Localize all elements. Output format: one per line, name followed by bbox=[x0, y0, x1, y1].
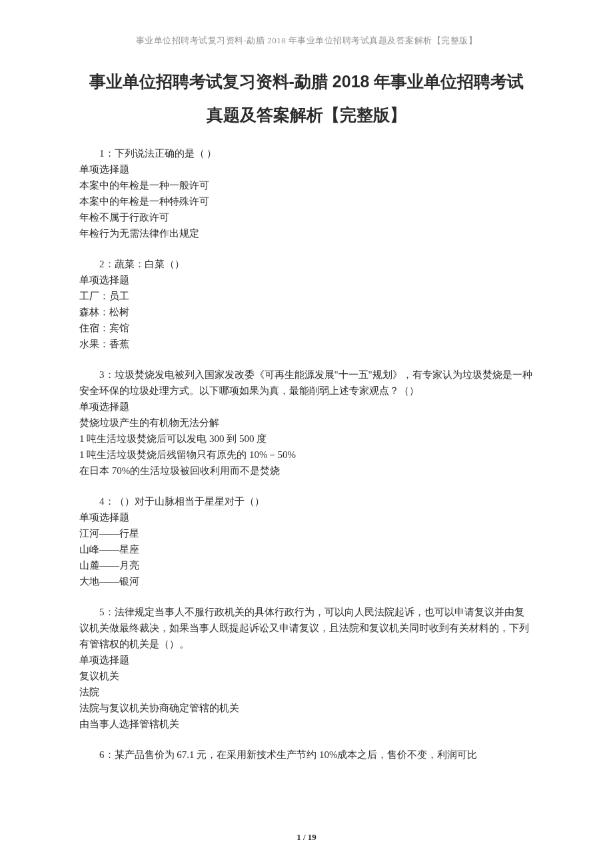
question-4: 4：（）对于山脉相当于星星对于（） 单项选择题 江河——行星 山峰——星座 山麓… bbox=[79, 493, 534, 589]
option: 年检不属于行政许可 bbox=[79, 209, 534, 225]
question-1: 1：下列说法正确的是（ ） 单项选择题 本案中的年检是一种一般许可 本案中的年检… bbox=[79, 145, 534, 241]
document-title-line2: 真题及答案解析【完整版】 bbox=[79, 101, 534, 129]
question-stem: 1：下列说法正确的是（ ） bbox=[79, 145, 534, 161]
question-3: 3：垃圾焚烧发电被列入国家发改委《可再生能源发展"十一五"规划》，有专家认为垃圾… bbox=[79, 367, 534, 479]
option: 焚烧垃圾产生的有机物无法分解 bbox=[79, 415, 534, 431]
document-title-line1: 事业单位招聘考试复习资料-勐腊 2018 年事业单位招聘考试 bbox=[79, 67, 534, 96]
question-2: 2：蔬菜：白菜（） 单项选择题 工厂：员工 森林：松树 住宿：宾馆 水果：香蕉 bbox=[79, 256, 534, 352]
question-stem: 4：（）对于山脉相当于星星对于（） bbox=[79, 493, 534, 509]
question-type: 单项选择题 bbox=[79, 509, 534, 525]
question-type: 单项选择题 bbox=[79, 652, 534, 668]
option: 工厂：员工 bbox=[79, 288, 534, 304]
option: 本案中的年检是一种特殊许可 bbox=[79, 193, 534, 209]
option: 山麓——月亮 bbox=[79, 557, 534, 573]
document-content: 事业单位招聘考试复习资料-勐腊 2018 年事业单位招聘考试 真题及答案解析【完… bbox=[0, 67, 613, 763]
option: 法院 bbox=[79, 684, 534, 700]
question-stem: 5：法律规定当事人不服行政机关的具体行政行为，可以向人民法院起诉，也可以申请复议… bbox=[79, 604, 534, 652]
question-5: 5：法律规定当事人不服行政机关的具体行政行为，可以向人民法院起诉，也可以申请复议… bbox=[79, 604, 534, 732]
page-header: 事业单位招聘考试复习资料-勐腊 2018 年事业单位招聘考试真题及答案解析【完整… bbox=[0, 0, 613, 59]
option: 年检行为无需法律作出规定 bbox=[79, 225, 534, 241]
option: 本案中的年检是一种一般许可 bbox=[79, 177, 534, 193]
option: 复议机关 bbox=[79, 668, 534, 684]
option: 法院与复议机关协商确定管辖的机关 bbox=[79, 700, 534, 716]
question-type: 单项选择题 bbox=[79, 161, 534, 177]
option: 住宿：宾馆 bbox=[79, 320, 534, 336]
option: 水果：香蕉 bbox=[79, 336, 534, 352]
option: 大地——银河 bbox=[79, 573, 534, 589]
option: 1 吨生活垃圾焚烧后残留物只有原先的 10%－50% bbox=[79, 447, 534, 463]
question-stem: 6：某产品售价为 67.1 元，在采用新技术生产节约 10%成本之后，售价不变，… bbox=[79, 747, 534, 763]
page-footer: 1 / 19 bbox=[0, 832, 613, 843]
question-stem: 3：垃圾焚烧发电被列入国家发改委《可再生能源发展"十一五"规划》，有专家认为垃圾… bbox=[79, 367, 534, 399]
option: 在日本 70%的生活垃圾被回收利用而不是焚烧 bbox=[79, 463, 534, 479]
question-type: 单项选择题 bbox=[79, 272, 534, 288]
question-6: 6：某产品售价为 67.1 元，在采用新技术生产节约 10%成本之后，售价不变，… bbox=[79, 747, 534, 763]
question-type: 单项选择题 bbox=[79, 399, 534, 415]
option: 山峰——星座 bbox=[79, 541, 534, 557]
option: 森林：松树 bbox=[79, 304, 534, 320]
option: 江河——行星 bbox=[79, 525, 534, 541]
option: 由当事人选择管辖机关 bbox=[79, 716, 534, 732]
option: 1 吨生活垃圾焚烧后可以发电 300 到 500 度 bbox=[79, 431, 534, 447]
question-stem: 2：蔬菜：白菜（） bbox=[79, 256, 534, 272]
